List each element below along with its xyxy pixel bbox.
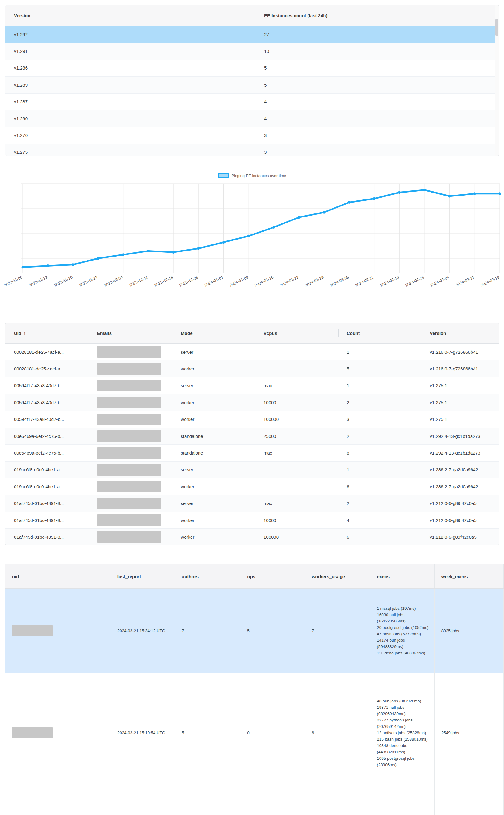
svg-text:2024-01-22: 2024-01-22 [279, 275, 299, 288]
vertical-scrollbar[interactable] [495, 5, 499, 156]
uid-cell: 019cc6f8-d0c0-4be1-a... [5, 462, 89, 478]
table-row[interactable]: 00028181-de25-4acf-a...server1v1.216.0-7… [5, 344, 499, 360]
svg-text:2024-02-05: 2024-02-05 [329, 275, 350, 288]
table-row[interactable]: 01af745d-01bc-4891-8...worker100004v1.21… [5, 512, 499, 529]
version-cell: v1.270 [5, 127, 256, 143]
instances-table: Uid↑EmailsModeVcpusCountVersion 00028181… [5, 323, 499, 545]
emails-cell [89, 512, 172, 528]
table-row[interactable]: 00e6469a-6ef2-4c75-b...standalone250002v… [5, 428, 499, 445]
version-cell: v1.275 [5, 144, 256, 156]
vcpus-cell: max [255, 445, 338, 461]
mode-cell: server [172, 377, 255, 394]
exec-job-line: 1 mssql jobs (197ms) [377, 605, 416, 612]
emails-cell [89, 360, 172, 377]
column-header-ee-instances-count-last-24h-[interactable]: EE Instances count (last 24h) [256, 5, 496, 26]
table-row[interactable]: v1.2904 [5, 110, 499, 127]
count-cell: 5 [256, 77, 496, 93]
vcpus-cell [255, 360, 338, 377]
column-header-week_execs: week_execs [435, 564, 504, 588]
table-row[interactable]: 260 bun jobs (549925ms)21 mysql jobs (19… [5, 793, 504, 815]
authors-cell: 7 [175, 589, 240, 673]
mode-cell: server [172, 344, 255, 360]
mode-cell: worker [172, 478, 255, 495]
count-cell: 5 [256, 60, 496, 76]
table-row[interactable]: 00028181-de25-4acf-a...worker5v1.216.0-7… [5, 360, 499, 377]
svg-text:2023-12-18: 2023-12-18 [154, 275, 174, 288]
version-cell: v1.292.4-13-gc1b1da273 [421, 428, 499, 444]
uid-cell [5, 589, 111, 673]
column-header-emails[interactable]: Emails [89, 323, 172, 343]
svg-text:2024-03-11: 2024-03-11 [455, 275, 475, 287]
version-cell: v1.212.0-6-g89f42c0a5 [421, 512, 499, 528]
version-cell: v1.286 [5, 60, 256, 76]
redacted-email-box [97, 363, 161, 375]
svg-text:2024-01-29: 2024-01-29 [304, 275, 325, 288]
scrollbar-thumb[interactable] [495, 19, 498, 36]
table-row[interactable]: 019cc6f8-d0c0-4be1-a...server1v1.286.2-7… [5, 462, 499, 478]
version-cell: v1.275.1 [421, 394, 499, 411]
svg-text:2023-12-11: 2023-12-11 [129, 275, 149, 287]
mode-cell: worker [172, 411, 255, 428]
count-cell: 6 [338, 478, 421, 495]
emails-cell [89, 394, 172, 411]
table-row[interactable]: v1.2895 [5, 77, 499, 93]
count-cell: 3 [256, 144, 496, 156]
version-table-body: v1.29227v1.29110v1.2865v1.2895v1.2874v1.… [5, 26, 499, 156]
column-header-mode[interactable]: Mode [172, 323, 255, 343]
table-row[interactable]: 00e6469a-6ef2-4c75-b...standalonemax8v1.… [5, 445, 499, 461]
table-row[interactable]: v1.2865 [5, 60, 499, 77]
emails-cell [89, 344, 172, 360]
table-row[interactable]: 00594f17-43a8-40d7-b...worker100002v1.27… [5, 394, 499, 411]
table-row[interactable]: v1.2874 [5, 94, 499, 110]
vcpus-cell: 100000 [255, 529, 338, 545]
table-row[interactable]: v1.2753 [5, 144, 499, 156]
exec-job-line: 113 deno jobs (468367ms) [377, 650, 425, 656]
usage-table-header: uidlast_reportauthorsopsworkers_usageexe… [5, 564, 504, 589]
table-row[interactable]: 2024-03-21 15:34:12 UTC7571 mssql jobs (… [5, 589, 504, 673]
count-cell: 2 [338, 428, 421, 444]
table-row[interactable]: v1.2703 [5, 127, 499, 144]
svg-text:2024-03-04: 2024-03-04 [430, 275, 450, 288]
week-execs-cell: 8925 jobs [435, 589, 504, 673]
column-header-workers_usage: workers_usage [305, 564, 370, 588]
count-cell: 27 [256, 26, 496, 43]
exec-job-line: 10348 deno jobs (443582311ms) [377, 742, 430, 755]
column-header-uid[interactable]: Uid↑ [5, 323, 89, 343]
version-cell: v1.291 [5, 43, 256, 59]
redacted-email-box [97, 447, 161, 459]
table-row[interactable]: 019cc6f8-d0c0-4be1-a...worker6v1.286.2-7… [5, 478, 499, 495]
instances-table-header: Uid↑EmailsModeVcpusCountVersion [5, 323, 499, 344]
table-row[interactable]: v1.29110 [5, 43, 499, 60]
authors-cell: 5 [175, 673, 240, 793]
column-header-uid: uid [5, 564, 111, 588]
count-cell: 1 [338, 377, 421, 394]
table-row[interactable]: 00594f17-43a8-40d7-b...servermax1v1.275.… [5, 377, 499, 394]
column-header-last_report: last_report [111, 564, 175, 588]
count-cell: 3 [256, 127, 496, 143]
column-header-count[interactable]: Count [338, 323, 421, 343]
count-cell: 1 [338, 462, 421, 478]
redacted-email-box [97, 464, 161, 476]
uid-cell: 00028181-de25-4acf-a... [5, 360, 89, 377]
version-cell: v1.212.0-6-g89f42c0a5 [421, 529, 499, 545]
column-header-vcpus[interactable]: Vcpus [255, 323, 338, 343]
pinging-instances-line-chart: 2023-11-062023-11-132023-11-202023-11-27… [0, 170, 504, 292]
redacted-email-box [97, 481, 161, 492]
ops-cell [240, 793, 305, 815]
column-header-version[interactable]: Version [5, 5, 256, 26]
last-report-cell [111, 793, 175, 815]
table-row[interactable]: 01af745d-01bc-4891-8...worker1000006v1.2… [5, 529, 499, 545]
vcpus-cell: max [255, 495, 338, 512]
table-row[interactable]: 00594f17-43a8-40d7-b...worker1000003v1.2… [5, 411, 499, 428]
table-row[interactable]: 2024-03-21 15:19:54 UTC50648 bun jobs (3… [5, 673, 504, 793]
table-row[interactable]: 01af745d-01bc-4891-8...servermax2v1.212.… [5, 495, 499, 512]
svg-text:2023-11-06: 2023-11-06 [3, 275, 23, 287]
uid-cell: 019cc6f8-d0c0-4be1-a... [5, 478, 89, 495]
column-header-version[interactable]: Version [421, 323, 499, 343]
vcpus-cell [255, 462, 338, 478]
redacted-uid-box [12, 727, 53, 738]
mode-cell: standalone [172, 428, 255, 444]
exec-job-line: 12 nativets jobs (25828ms) [377, 730, 426, 736]
table-row[interactable]: v1.29227 [5, 26, 499, 43]
count-cell: 8 [338, 445, 421, 461]
